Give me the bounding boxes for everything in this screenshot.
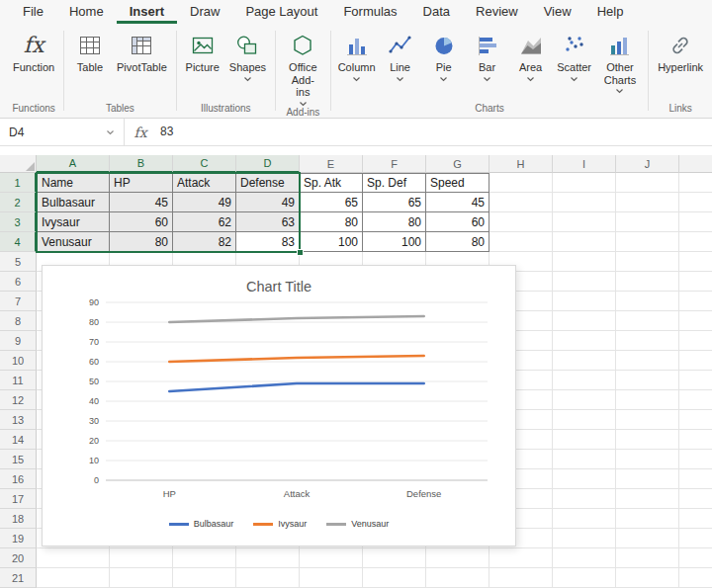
row-header-4[interactable]: 4 bbox=[0, 232, 37, 252]
menu-tab-review[interactable]: Review bbox=[463, 0, 531, 24]
cell-I14[interactable] bbox=[553, 430, 616, 450]
cell-D1[interactable]: Defense bbox=[236, 173, 300, 193]
function-button[interactable]: fx Function bbox=[8, 29, 59, 74]
pivottable-button[interactable]: PivotTable bbox=[112, 29, 172, 74]
cell-G1[interactable]: Speed bbox=[426, 173, 490, 193]
cell-F2[interactable]: 65 bbox=[363, 193, 426, 212]
cell-I10[interactable] bbox=[553, 351, 616, 371]
cell-J20[interactable] bbox=[616, 548, 679, 568]
row-header-14[interactable]: 14 bbox=[0, 430, 37, 450]
cell-I7[interactable] bbox=[553, 292, 616, 311]
menu-tab-page-layout[interactable]: Page Layout bbox=[232, 0, 330, 24]
row-header-15[interactable]: 15 bbox=[0, 450, 37, 469]
cell-B4[interactable]: 80 bbox=[110, 232, 173, 252]
cell-C21[interactable] bbox=[173, 568, 236, 588]
row-header-20[interactable]: 20 bbox=[0, 548, 37, 568]
cell-J4[interactable] bbox=[616, 232, 679, 252]
name-box[interactable]: D4 bbox=[0, 119, 125, 145]
other-charts-button[interactable]: Other Charts bbox=[596, 29, 645, 94]
cell-A1[interactable]: Name bbox=[37, 173, 110, 193]
cell-I21[interactable] bbox=[553, 568, 616, 588]
cell-J7[interactable] bbox=[616, 292, 679, 311]
cell-A4[interactable]: Venusaur bbox=[37, 232, 110, 252]
cell-J6[interactable] bbox=[616, 272, 679, 292]
cell-E20[interactable] bbox=[300, 548, 363, 568]
cell-C1[interactable]: Attack bbox=[173, 173, 236, 193]
cell-I4[interactable] bbox=[553, 232, 616, 252]
cell-J9[interactable] bbox=[616, 331, 679, 351]
cell-H4[interactable] bbox=[490, 232, 553, 252]
row-header-16[interactable]: 16 bbox=[0, 469, 37, 489]
cell-D2[interactable]: 49 bbox=[236, 193, 300, 212]
cell-H20[interactable] bbox=[490, 548, 553, 568]
cell-C3[interactable]: 62 bbox=[173, 212, 236, 232]
cell-E3[interactable]: 80 bbox=[300, 212, 363, 232]
column-header-C[interactable]: C bbox=[173, 155, 236, 173]
picture-button[interactable]: Picture bbox=[181, 29, 224, 74]
formula-input[interactable]: 83 bbox=[156, 119, 712, 145]
embedded-chart[interactable]: Chart Title 0102030405060708090HPAttackD… bbox=[42, 265, 516, 546]
cell-I2[interactable] bbox=[553, 193, 616, 212]
cell-I8[interactable] bbox=[553, 311, 616, 331]
row-header-17[interactable]: 17 bbox=[0, 489, 37, 509]
menu-tab-draw[interactable]: Draw bbox=[177, 0, 232, 24]
cell-C4[interactable]: 82 bbox=[173, 232, 236, 252]
menu-tab-file[interactable]: File bbox=[10, 0, 56, 24]
row-header-8[interactable]: 8 bbox=[0, 311, 37, 331]
line-chart-button[interactable]: Line bbox=[379, 29, 422, 82]
cell-D20[interactable] bbox=[236, 548, 300, 568]
cell-A21[interactable] bbox=[37, 568, 110, 588]
cell-I5[interactable] bbox=[553, 252, 616, 272]
cell-I13[interactable] bbox=[553, 410, 616, 430]
cell-I17[interactable] bbox=[553, 489, 616, 509]
row-header-13[interactable]: 13 bbox=[0, 410, 37, 430]
cell-A3[interactable]: Ivysaur bbox=[37, 212, 110, 232]
cell-B20[interactable] bbox=[110, 548, 173, 568]
cell-I12[interactable] bbox=[553, 390, 616, 410]
cell-F1[interactable]: Sp. Def bbox=[363, 173, 426, 193]
cell-E2[interactable]: 65 bbox=[300, 193, 363, 212]
cell-J17[interactable] bbox=[616, 489, 679, 509]
cell-J2[interactable] bbox=[616, 193, 679, 212]
column-header-E[interactable]: E bbox=[300, 155, 363, 173]
cell-B21[interactable] bbox=[110, 568, 173, 588]
cell-A2[interactable]: Bulbasaur bbox=[37, 193, 110, 212]
cell-I18[interactable] bbox=[553, 509, 616, 529]
cell-I19[interactable] bbox=[553, 529, 616, 548]
cell-G2[interactable]: 45 bbox=[426, 193, 490, 212]
row-header-7[interactable]: 7 bbox=[0, 292, 37, 311]
column-header-J[interactable]: J bbox=[616, 155, 679, 173]
cell-J3[interactable] bbox=[616, 212, 679, 232]
row-header-2[interactable]: 2 bbox=[0, 193, 37, 212]
cell-A20[interactable] bbox=[37, 548, 110, 568]
fill-handle[interactable] bbox=[297, 249, 304, 256]
row-header-11[interactable]: 11 bbox=[0, 371, 37, 390]
cell-J16[interactable] bbox=[616, 469, 679, 489]
cell-I16[interactable] bbox=[553, 469, 616, 489]
cell-J8[interactable] bbox=[616, 311, 679, 331]
cell-D21[interactable] bbox=[236, 568, 300, 588]
cell-I15[interactable] bbox=[553, 450, 616, 469]
cell-G20[interactable] bbox=[426, 548, 490, 568]
cell-F20[interactable] bbox=[363, 548, 426, 568]
cell-H1[interactable] bbox=[490, 173, 553, 193]
column-header-H[interactable]: H bbox=[490, 155, 553, 173]
cell-I20[interactable] bbox=[553, 548, 616, 568]
row-header-18[interactable]: 18 bbox=[0, 509, 37, 529]
cell-E4[interactable]: 100 bbox=[300, 232, 363, 252]
menu-tab-view[interactable]: View bbox=[531, 0, 584, 24]
cell-B1[interactable]: HP bbox=[110, 173, 173, 193]
column-header-D[interactable]: D bbox=[236, 155, 300, 173]
row-header-3[interactable]: 3 bbox=[0, 212, 37, 232]
row-header-5[interactable]: 5 bbox=[0, 252, 37, 272]
cell-J19[interactable] bbox=[616, 529, 679, 548]
menu-tab-data[interactable]: Data bbox=[410, 0, 463, 24]
cell-I11[interactable] bbox=[553, 371, 616, 390]
cell-F3[interactable]: 80 bbox=[363, 212, 426, 232]
row-header-19[interactable]: 19 bbox=[0, 529, 37, 548]
cell-D3[interactable]: 63 bbox=[236, 212, 300, 232]
menu-tab-home[interactable]: Home bbox=[56, 0, 117, 24]
cell-E21[interactable] bbox=[300, 568, 363, 588]
column-chart-button[interactable]: Column bbox=[335, 29, 379, 82]
cell-H3[interactable] bbox=[490, 212, 553, 232]
